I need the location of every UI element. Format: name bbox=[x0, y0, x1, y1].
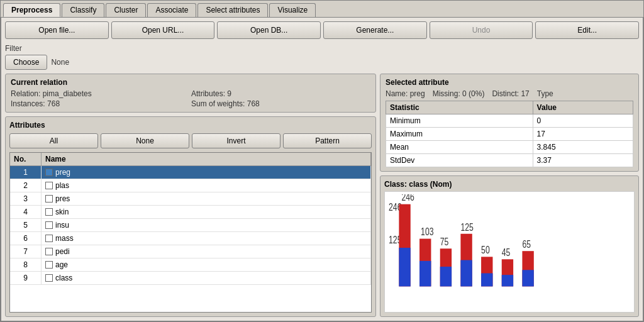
table-row[interactable]: 3 pres bbox=[10, 192, 371, 206]
instances-count: Instances: 768 bbox=[11, 99, 190, 108]
stat-value: 0 bbox=[533, 114, 633, 128]
invert-button[interactable]: Invert bbox=[192, 133, 280, 148]
bar-value: 65 bbox=[522, 238, 531, 250]
bar-blue bbox=[522, 270, 533, 286]
selected-attribute-box: Selected attribute Name: preg Missing: 0… bbox=[380, 74, 639, 172]
row-name: mass bbox=[42, 232, 371, 245]
attr-checkbox[interactable] bbox=[45, 248, 53, 255]
main-window: Preprocess Classify Cluster Associate Se… bbox=[0, 0, 644, 322]
tab-classify[interactable]: Classify bbox=[62, 3, 104, 17]
attr-distinct-label: Distinct: 17 bbox=[492, 89, 529, 98]
generate-button[interactable]: Generate... bbox=[323, 21, 427, 39]
attr-name-label: Name: preg bbox=[386, 89, 425, 98]
row-name: skin bbox=[42, 206, 371, 218]
row-name: pedi bbox=[42, 245, 371, 258]
tab-visualize[interactable]: Visualize bbox=[269, 3, 316, 17]
bar-blue bbox=[399, 248, 410, 286]
attr-checkbox[interactable] bbox=[45, 182, 53, 189]
row-name: pres bbox=[42, 192, 371, 205]
edit-button[interactable]: Edit... bbox=[535, 21, 639, 39]
bar-value: 103 bbox=[421, 226, 434, 238]
sum-weights: Sum of weights: 768 bbox=[191, 99, 370, 108]
attr-checkbox[interactable] bbox=[45, 221, 53, 229]
table-row[interactable]: 7 pedi bbox=[10, 245, 371, 258]
open-db-button[interactable]: Open DB... bbox=[217, 21, 321, 39]
attributes-title: Attributes bbox=[9, 121, 372, 130]
relation-grid: Relation: pima_diabetes Attributes: 9 In… bbox=[11, 89, 370, 108]
table-row[interactable]: 1 preg bbox=[10, 166, 371, 179]
table-row[interactable]: 5 insu bbox=[10, 219, 371, 232]
stat-col-header: Statistic bbox=[386, 101, 533, 114]
attr-name: preg bbox=[55, 168, 70, 177]
table-row[interactable]: 9 class bbox=[10, 272, 371, 285]
bar-blue bbox=[460, 260, 472, 287]
attr-checkbox[interactable] bbox=[45, 195, 53, 203]
attr-meta-row: Name: preg Missing: 0 (0%) Distinct: 17 … bbox=[386, 89, 633, 98]
stat-name: Minimum bbox=[386, 114, 533, 128]
attributes-box: Attributes All None Invert Pattern No. N… bbox=[5, 116, 376, 317]
tab-bar: Preprocess Classify Cluster Associate Se… bbox=[1, 1, 643, 17]
tab-associate[interactable]: Associate bbox=[147, 3, 196, 17]
class-chart-box: Class: class (Nom) 246 125 246 103 bbox=[380, 175, 639, 317]
filter-value: None bbox=[51, 58, 69, 67]
bar-value: 45 bbox=[502, 247, 511, 258]
chart-area: 246 125 246 103 75 bbox=[384, 191, 635, 313]
row-name: class bbox=[42, 272, 371, 284]
tab-cluster[interactable]: Cluster bbox=[106, 3, 146, 17]
left-panel: Current relation Relation: pima_diabetes… bbox=[5, 74, 376, 317]
attributes-count: Attributes: 9 bbox=[191, 89, 370, 98]
open-file-button[interactable]: Open file... bbox=[5, 21, 109, 39]
row-no: 3 bbox=[10, 192, 42, 205]
open-url-button[interactable]: Open URL... bbox=[111, 21, 215, 39]
bar-value: 50 bbox=[481, 245, 490, 256]
row-no: 6 bbox=[10, 232, 42, 245]
attr-name: plas bbox=[55, 181, 69, 190]
bar-chart-svg: 246 125 246 103 75 bbox=[387, 194, 631, 309]
table-row[interactable]: 6 mass bbox=[10, 232, 371, 245]
table-row[interactable]: 8 age bbox=[10, 258, 371, 272]
none-button[interactable]: None bbox=[101, 133, 189, 148]
stat-row: StdDev 3.37 bbox=[386, 154, 633, 167]
tab-preprocess[interactable]: Preprocess bbox=[3, 3, 60, 17]
attr-checkbox[interactable] bbox=[45, 169, 53, 176]
attr-type-label: Type bbox=[537, 89, 553, 98]
filter-row: Choose None bbox=[5, 55, 639, 70]
table-row[interactable]: 2 plas bbox=[10, 179, 371, 192]
all-button[interactable]: All bbox=[9, 133, 98, 148]
attr-checkbox[interactable] bbox=[45, 261, 53, 269]
value-col-header: Value bbox=[533, 101, 633, 114]
undo-button[interactable]: Undo bbox=[430, 21, 533, 39]
selected-attribute-title: Selected attribute bbox=[386, 78, 633, 87]
row-no: 2 bbox=[10, 179, 42, 192]
attr-name: class bbox=[55, 274, 72, 282]
row-no: 1 bbox=[10, 166, 42, 179]
row-no: 5 bbox=[10, 219, 42, 231]
attr-checkbox[interactable] bbox=[45, 235, 53, 242]
attr-name: mass bbox=[55, 234, 74, 243]
bar-blue bbox=[481, 273, 492, 286]
row-no: 8 bbox=[10, 258, 42, 271]
preprocess-panel: Open file... Open URL... Open DB... Gene… bbox=[1, 17, 643, 321]
current-relation-box: Current relation Relation: pima_diabetes… bbox=[5, 74, 376, 113]
stat-row: Minimum 0 bbox=[386, 114, 633, 128]
stat-name: Maximum bbox=[386, 128, 533, 141]
stat-name: Mean bbox=[386, 141, 533, 154]
table-row[interactable]: 4 skin bbox=[10, 206, 371, 219]
choose-button[interactable]: Choose bbox=[5, 55, 47, 70]
content-area: Current relation Relation: pima_diabetes… bbox=[5, 74, 639, 317]
attr-name: pedi bbox=[55, 247, 70, 256]
tab-select-attributes[interactable]: Select attributes bbox=[197, 3, 268, 17]
stat-value: 3.845 bbox=[533, 141, 633, 154]
pattern-button[interactable]: Pattern bbox=[283, 133, 372, 148]
row-name: insu bbox=[42, 219, 371, 231]
attr-checkbox[interactable] bbox=[45, 208, 53, 216]
stats-table: Statistic Value Minimum 0 Maximum bbox=[386, 101, 633, 167]
row-no: 7 bbox=[10, 245, 42, 258]
stat-row: Mean 3.845 bbox=[386, 141, 633, 154]
right-panel: Selected attribute Name: preg Missing: 0… bbox=[380, 74, 639, 317]
current-relation-title: Current relation bbox=[11, 78, 370, 87]
row-no: 4 bbox=[10, 206, 42, 218]
bar-value: 125 bbox=[460, 221, 474, 233]
row-name: preg bbox=[42, 166, 371, 179]
attr-checkbox[interactable] bbox=[45, 274, 53, 282]
